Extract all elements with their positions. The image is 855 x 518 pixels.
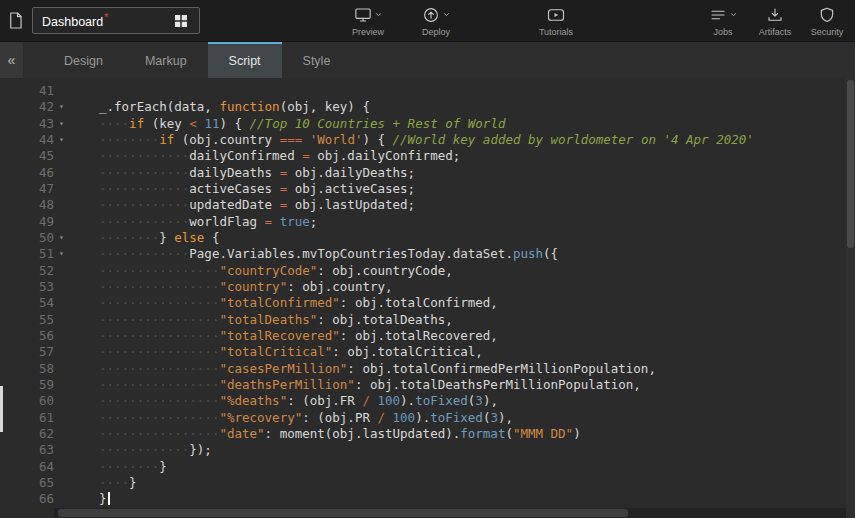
tab-bar: « DesignMarkupScriptStyle bbox=[0, 42, 855, 78]
code-line-45[interactable]: 45············dailyConfirmed = obj.daily… bbox=[0, 148, 855, 164]
token-str: "totalConfirmed" bbox=[219, 295, 339, 310]
jobs-button[interactable]: Jobs bbox=[699, 5, 747, 37]
fold-toggle-icon[interactable]: ▾ bbox=[54, 230, 69, 246]
code-line-52[interactable]: 52················"countryCode": obj.cou… bbox=[0, 263, 855, 279]
token-pl: (obj, key) { bbox=[280, 99, 370, 114]
fold-toggle-icon[interactable]: ▾ bbox=[54, 132, 69, 148]
line-number[interactable]: 61 bbox=[0, 410, 54, 426]
collapse-panel-button[interactable]: « bbox=[0, 42, 23, 78]
code-line-43[interactable]: 43▾····if (key < 11) { //Top 10 Countrie… bbox=[0, 116, 855, 132]
code-line-63[interactable]: 63············}); bbox=[0, 442, 855, 458]
line-number[interactable]: 51 bbox=[0, 246, 54, 262]
token-pl: ), bbox=[498, 410, 513, 425]
fold-toggle-icon[interactable]: ▾ bbox=[54, 116, 69, 132]
line-number[interactable]: 60 bbox=[0, 393, 54, 409]
line-number[interactable]: 47 bbox=[0, 181, 54, 197]
code-line-46[interactable]: 46············dailyDeaths = obj.dailyDea… bbox=[0, 165, 855, 181]
line-number[interactable]: 45 bbox=[0, 148, 54, 164]
line-number[interactable]: 55 bbox=[0, 312, 54, 328]
preview-button[interactable]: Preview bbox=[344, 5, 392, 37]
line-number[interactable]: 62 bbox=[0, 426, 54, 442]
fold-toggle-icon[interactable]: ▾ bbox=[54, 99, 69, 115]
line-number[interactable]: 65 bbox=[0, 475, 54, 491]
fold-spacer bbox=[54, 475, 69, 491]
token-pl: (obj.country bbox=[174, 132, 279, 147]
token-pl: obj.dailyDeaths; bbox=[287, 165, 415, 180]
chevron-down-icon bbox=[729, 10, 738, 19]
code-line-58[interactable]: 58················"casesPerMillion": obj… bbox=[0, 361, 855, 377]
line-number[interactable]: 42 bbox=[0, 99, 54, 115]
line-number[interactable]: 59 bbox=[0, 377, 54, 393]
code-text: ············dailyConfirmed = obj.dailyCo… bbox=[69, 148, 855, 164]
chevron-down-icon bbox=[374, 10, 383, 19]
security-button[interactable]: Security bbox=[803, 5, 851, 37]
tab-style[interactable]: Style bbox=[282, 42, 352, 78]
tab-markup[interactable]: Markup bbox=[124, 42, 208, 78]
line-number[interactable]: 43 bbox=[0, 116, 54, 132]
code-line-49[interactable]: 49············worldFlag = true; bbox=[0, 214, 855, 230]
tutorials-button[interactable]: Tutorials bbox=[532, 5, 580, 37]
line-number[interactable]: 56 bbox=[0, 328, 54, 344]
line-number[interactable]: 58 bbox=[0, 361, 54, 377]
line-number[interactable]: 66 bbox=[0, 491, 54, 507]
code-line-47[interactable]: 47············activeCases = obj.activeCa… bbox=[0, 181, 855, 197]
token-pl: ). bbox=[400, 393, 415, 408]
line-number[interactable]: 44 bbox=[0, 132, 54, 148]
code-line-66[interactable]: 66} bbox=[0, 491, 855, 507]
grid-icon[interactable] bbox=[172, 12, 190, 30]
fold-toggle-icon[interactable]: ▾ bbox=[54, 246, 69, 262]
code-line-59[interactable]: 59················"deathsPerMillion": ob… bbox=[0, 377, 855, 393]
code-line-55[interactable]: 55················"totalDeaths": obj.tot… bbox=[0, 312, 855, 328]
line-number[interactable]: 64 bbox=[0, 459, 54, 475]
code-line-50[interactable]: 50▾········} else { bbox=[0, 230, 855, 246]
token-ws: ················ bbox=[99, 312, 219, 327]
line-number[interactable]: 48 bbox=[0, 197, 54, 213]
token-pl: ) bbox=[573, 426, 581, 441]
page-selector[interactable]: Dashboard* bbox=[32, 7, 200, 34]
code-line-61[interactable]: 61················"%recovery": (obj.PR /… bbox=[0, 410, 855, 426]
line-number[interactable]: 41 bbox=[0, 83, 54, 99]
code-line-62[interactable]: 62················"date": moment(obj.las… bbox=[0, 426, 855, 442]
code-line-41[interactable]: 41 bbox=[0, 83, 855, 99]
code-line-53[interactable]: 53················"country": obj.country… bbox=[0, 279, 855, 295]
code-line-54[interactable]: 54················"totalConfirmed": obj.… bbox=[0, 295, 855, 311]
token-str: "date" bbox=[219, 426, 264, 441]
line-number[interactable]: 46 bbox=[0, 165, 54, 181]
code-line-60[interactable]: 60················"%deaths": (obj.FR / 1… bbox=[0, 393, 855, 409]
line-number[interactable]: 49 bbox=[0, 214, 54, 230]
tab-script[interactable]: Script bbox=[208, 42, 282, 78]
tab-design[interactable]: Design bbox=[43, 42, 124, 78]
page-file-icon[interactable] bbox=[6, 11, 25, 30]
code-line-51[interactable]: 51▾············Page.Variables.mvTopCount… bbox=[0, 246, 855, 262]
token-pl: : obj.totalConfirmedPerMillionPopulation… bbox=[347, 361, 656, 376]
code-line-44[interactable]: 44▾········if (obj.country === 'World') … bbox=[0, 132, 855, 148]
code-line-65[interactable]: 65····} bbox=[0, 475, 855, 491]
code-line-64[interactable]: 64········} bbox=[0, 459, 855, 475]
line-number[interactable]: 50 bbox=[0, 230, 54, 246]
line-number[interactable]: 57 bbox=[0, 344, 54, 360]
line-number[interactable]: 63 bbox=[0, 442, 54, 458]
line-number[interactable]: 52 bbox=[0, 263, 54, 279]
deploy-button[interactable]: Deploy bbox=[412, 5, 460, 37]
token-kw: if bbox=[159, 132, 174, 147]
line-number[interactable]: 54 bbox=[0, 295, 54, 311]
code-editor[interactable]: 4142▾_.forEach(data, function(obj, key) … bbox=[0, 78, 855, 518]
unsaved-indicator: * bbox=[104, 12, 108, 23]
token-ws: ········ bbox=[99, 230, 159, 245]
code-line-48[interactable]: 48············updatedDate = obj.lastUpda… bbox=[0, 197, 855, 213]
horizontal-scrollbar-thumb[interactable] bbox=[58, 509, 628, 517]
artifacts-button[interactable]: Artifacts bbox=[751, 5, 799, 37]
code-line-42[interactable]: 42▾_.forEach(data, function(obj, key) { bbox=[0, 99, 855, 115]
token-str: "countryCode" bbox=[219, 263, 317, 278]
horizontal-scrollbar[interactable] bbox=[54, 508, 846, 518]
token-ws: ············ bbox=[99, 214, 189, 229]
code-text: ················"date": moment(obj.lastU… bbox=[69, 426, 855, 442]
vertical-scrollbar-thumb[interactable] bbox=[847, 80, 854, 248]
fold-spacer bbox=[54, 442, 69, 458]
code-text: _.forEach(data, function(obj, key) { bbox=[69, 99, 855, 115]
vertical-scrollbar[interactable] bbox=[846, 78, 855, 518]
line-number[interactable]: 53 bbox=[0, 279, 54, 295]
token-kw: function bbox=[219, 99, 279, 114]
code-line-57[interactable]: 57················"totalCritical": obj.t… bbox=[0, 344, 855, 360]
code-line-56[interactable]: 56················"totalRecovered": obj.… bbox=[0, 328, 855, 344]
